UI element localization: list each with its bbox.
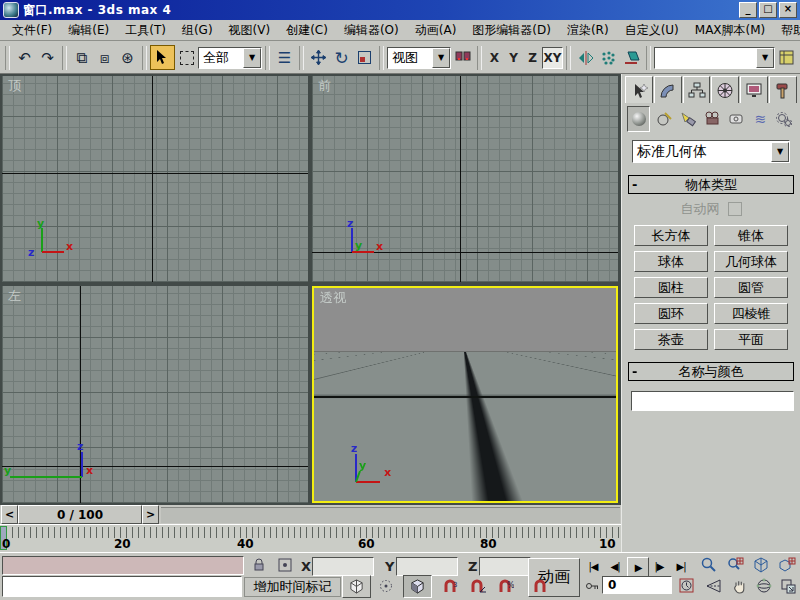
reference-coordinate-dropdown[interactable]: 视图 ▼ xyxy=(387,47,451,69)
restore-button[interactable]: □ xyxy=(759,2,777,18)
tab-motion[interactable] xyxy=(711,76,739,103)
chevron-down-icon[interactable]: ▼ xyxy=(432,48,450,68)
field-of-view-icon[interactable] xyxy=(702,576,725,596)
current-frame-field[interactable]: 0 xyxy=(602,576,672,594)
tab-modify[interactable] xyxy=(654,76,682,103)
button-cone[interactable]: 锥体 xyxy=(714,225,788,246)
rollout-name-color[interactable]: - 名称与颜色 xyxy=(628,362,794,381)
previous-frame-icon[interactable]: ◀| xyxy=(605,557,625,575)
menu-animation[interactable]: 动画(A) xyxy=(407,20,465,41)
button-sphere[interactable]: 球体 xyxy=(634,251,708,272)
viewport-perspective[interactable]: 透视 z x y xyxy=(312,286,618,503)
app-icon[interactable] xyxy=(3,2,19,18)
frame-back-arrow[interactable]: < xyxy=(1,505,18,524)
zoom-all-icon[interactable] xyxy=(723,555,747,575)
tab-utilities[interactable] xyxy=(769,76,797,103)
array-icon[interactable] xyxy=(597,46,620,69)
open-track-view-icon[interactable] xyxy=(775,46,798,69)
button-tube[interactable]: 圆管 xyxy=(714,277,788,298)
selection-filter-dropdown[interactable]: 全部 ▼ xyxy=(198,47,262,69)
menu-graph-editors[interactable]: 图形编辑器(D) xyxy=(464,20,559,41)
min-max-toggle-icon[interactable] xyxy=(777,576,799,596)
menu-help[interactable]: 帮助(H) xyxy=(773,20,800,41)
frame-forward-arrow[interactable]: > xyxy=(142,505,159,524)
button-torus[interactable]: 圆环 xyxy=(634,303,708,324)
menu-tools[interactable]: 工具(T) xyxy=(117,20,174,41)
absolute-relative-toggle-icon[interactable] xyxy=(275,556,295,573)
time-slider-track[interactable] xyxy=(161,507,620,523)
selection-region-icon[interactable] xyxy=(175,46,198,69)
play-button-icon[interactable]: ▶ xyxy=(627,557,649,577)
restrict-xy-plane-button[interactable]: XY xyxy=(542,47,563,69)
viewport-front[interactable]: 前 z x y xyxy=(312,76,618,282)
category-lights-icon[interactable] xyxy=(677,106,698,132)
menu-rendering[interactable]: 渲染(R) xyxy=(559,20,617,41)
snap-cube-icon[interactable] xyxy=(342,575,371,598)
category-cameras-icon[interactable] xyxy=(701,106,722,132)
zoom-extents-all-icon[interactable] xyxy=(775,555,799,575)
close-button[interactable]: × xyxy=(779,2,797,18)
y-coord-field[interactable] xyxy=(396,557,458,576)
chevron-down-icon[interactable]: ▼ xyxy=(756,48,774,68)
category-geometry-icon[interactable] xyxy=(627,106,650,132)
tab-display[interactable] xyxy=(740,76,768,103)
button-cylinder[interactable]: 圆柱 xyxy=(634,277,708,298)
menu-create[interactable]: 创建(C) xyxy=(278,20,336,41)
chevron-down-icon[interactable]: ▼ xyxy=(243,48,261,68)
named-selection-dropdown[interactable]: ▼ xyxy=(654,47,775,69)
snap-dotted-icon[interactable] xyxy=(374,576,397,595)
button-geosphere[interactable]: 几何球体 xyxy=(714,251,788,272)
snap-3d-cube-icon[interactable] xyxy=(403,575,432,598)
snap-toggle-3d-icon[interactable]: 3 xyxy=(438,576,462,596)
select-and-move-icon[interactable] xyxy=(307,46,330,69)
button-plane[interactable]: 平面 xyxy=(714,329,788,350)
x-coord-field[interactable] xyxy=(312,557,374,576)
track-bar[interactable]: 0 20 40 60 80 10 xyxy=(0,524,621,552)
unlink-selection-icon[interactable]: ⧈ xyxy=(93,46,116,69)
add-time-tag[interactable]: 增加时间标记 xyxy=(244,577,341,597)
object-name-input[interactable] xyxy=(631,391,794,411)
spinner-snap-icon[interactable] xyxy=(528,576,552,596)
percent-snap-icon[interactable]: % xyxy=(494,576,518,596)
menu-modifiers[interactable]: 编辑器(O) xyxy=(336,20,407,41)
button-box[interactable]: 长方体 xyxy=(634,225,708,246)
select-and-link-icon[interactable]: ⧉ xyxy=(70,46,93,69)
time-configuration-icon[interactable] xyxy=(676,576,697,595)
restrict-z-button[interactable]: Z xyxy=(523,48,542,68)
restrict-x-button[interactable]: X xyxy=(485,48,504,68)
time-slider-handle[interactable]: 0 / 100 xyxy=(18,505,142,524)
rollout-object-type[interactable]: - 物体类型 xyxy=(628,175,794,194)
align-icon[interactable] xyxy=(620,46,643,69)
zoom-extents-icon[interactable] xyxy=(749,555,773,575)
redo-icon[interactable]: ↷ xyxy=(36,46,59,69)
menu-group[interactable]: 组(G) xyxy=(174,20,221,41)
viewport-left-label[interactable]: 左 xyxy=(8,287,21,305)
restrict-y-button[interactable]: Y xyxy=(504,48,523,68)
use-pivot-center-icon[interactable] xyxy=(451,46,474,69)
autogrid-checkbox[interactable] xyxy=(728,202,742,216)
go-to-start-icon[interactable]: |◀ xyxy=(583,557,603,575)
pan-hand-icon[interactable] xyxy=(728,576,751,596)
z-coord-field[interactable] xyxy=(479,557,531,576)
bind-to-spacewarp-icon[interactable]: ⊛ xyxy=(116,46,139,69)
viewport-front-label[interactable]: 前 xyxy=(318,77,331,95)
menu-edit[interactable]: 编辑(E) xyxy=(60,20,117,41)
select-by-name-icon[interactable]: ☰ xyxy=(273,46,296,69)
chevron-down-icon[interactable]: ▼ xyxy=(771,142,789,162)
category-helpers-icon[interactable] xyxy=(726,106,747,132)
subcategory-dropdown[interactable]: 标准几何体 ▼ xyxy=(632,140,790,163)
viewport-persp-label[interactable]: 透视 xyxy=(320,289,346,307)
category-shapes-icon[interactable] xyxy=(653,106,674,132)
go-to-end-icon[interactable]: ▶| xyxy=(671,557,691,575)
button-teapot[interactable]: 茶壶 xyxy=(634,329,708,350)
category-systems-icon[interactable] xyxy=(774,106,795,132)
select-object-icon[interactable] xyxy=(150,45,175,70)
select-and-rotate-icon[interactable]: ↻ xyxy=(330,46,353,69)
category-spacewarps-icon[interactable]: ≋ xyxy=(750,106,771,132)
menu-file[interactable]: 文件(F) xyxy=(4,20,60,41)
mirror-icon[interactable] xyxy=(574,46,597,69)
viewport-top[interactable]: 顶 y x z xyxy=(2,76,308,282)
selection-lock-icon[interactable] xyxy=(249,556,268,573)
menu-maxscript[interactable]: MAX脚本(M) xyxy=(687,20,774,41)
viewport-left[interactable]: 左 z y x xyxy=(2,286,308,503)
